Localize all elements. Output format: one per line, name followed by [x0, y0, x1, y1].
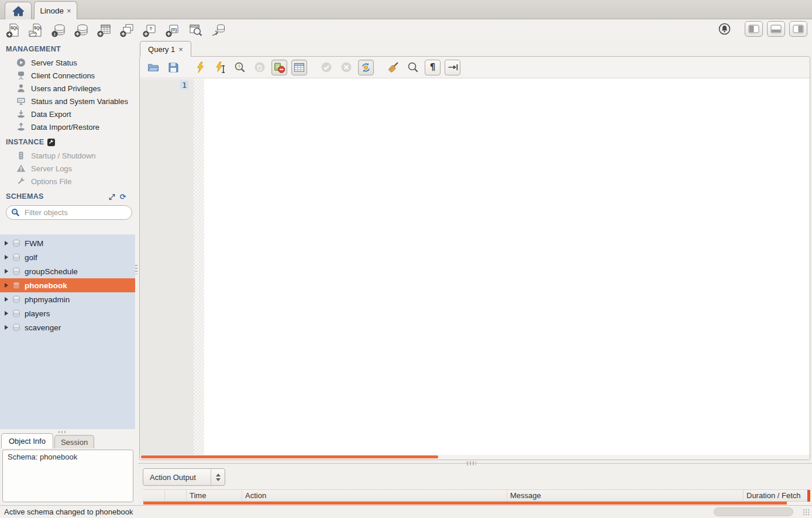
schema-row-phpmyadmin[interactable]: phpmyadmin — [0, 292, 135, 306]
tab-query-1[interactable]: Query 1 × — [140, 41, 191, 57]
query-tab-label: Query 1 — [148, 45, 175, 54]
sidebar-item-status-system-variables[interactable]: Status and System Variables — [0, 95, 138, 108]
search-table-data-button[interactable] — [187, 22, 204, 39]
column-header-blank-1 — [143, 490, 165, 501]
sidebar-item-startup-shutdown[interactable]: Startup / Shutdown — [0, 149, 138, 162]
open-script-button[interactable] — [145, 60, 161, 75]
close-icon[interactable]: × — [178, 46, 183, 53]
expander-triangle-icon[interactable] — [5, 325, 8, 330]
sidebar-item-data-import[interactable]: Data Import/Restore — [0, 120, 138, 133]
close-icon[interactable]: × — [67, 7, 71, 15]
limit-rows-button[interactable] — [291, 60, 307, 75]
schemas-section-title: SCHEMAS ⤢ ⟳ — [0, 188, 138, 203]
schema-icon — [12, 323, 20, 331]
sidebar-item-options-file[interactable]: Options File — [0, 175, 138, 188]
expander-triangle-icon[interactable] — [5, 269, 8, 274]
expander-triangle-icon[interactable] — [5, 297, 8, 302]
create-function-button[interactable]: {0} — [164, 22, 181, 39]
column-header-message: Message — [507, 490, 744, 501]
commit-button[interactable] — [318, 60, 334, 75]
reconnect-database-button[interactable] — [209, 22, 227, 39]
column-header-duration-fetch: Duration / Fetch — [744, 490, 810, 501]
open-sql-script-button[interactable]: SQL — [27, 22, 44, 39]
sidebar-item-data-export[interactable]: Data Export — [0, 108, 138, 120]
expander-triangle-icon[interactable] — [5, 283, 8, 288]
expand-icon[interactable]: ⤢ — [109, 193, 115, 201]
schema-name: FWM — [25, 239, 43, 248]
editor-horizontal-scrollbar[interactable] — [140, 455, 810, 460]
execute-all-button[interactable] — [192, 60, 208, 75]
schema-row-scavenger[interactable]: scavenger — [0, 320, 135, 334]
filter-objects-input[interactable] — [23, 208, 129, 217]
expander-triangle-icon[interactable] — [5, 311, 8, 316]
tab-object-info[interactable]: Object Info — [1, 433, 53, 448]
sidebar-splitter-handle[interactable] — [135, 265, 137, 274]
window-resize-grip[interactable] — [803, 509, 810, 516]
toggle-right-panel-button[interactable] — [789, 21, 807, 37]
column-header-blank-2 — [165, 490, 187, 501]
main-area: Query 1 × — [138, 40, 812, 505]
output-splitter[interactable] — [138, 461, 812, 466]
tab-session[interactable]: Session — [54, 435, 94, 448]
refresh-icon[interactable]: ⟳ — [120, 193, 126, 201]
output-vertical-scrollbar-thumb[interactable] — [807, 490, 810, 502]
rollback-button[interactable] — [338, 60, 354, 75]
database-info-button[interactable]: i — [50, 22, 67, 39]
column-header-action: Action — [242, 490, 507, 501]
status-bar: Active schema changed to phonebook — [0, 505, 812, 518]
sql-icon-label: SQL — [34, 25, 42, 30]
connection-tabbar: Linode × — [0, 0, 812, 19]
server-status-icon — [16, 58, 26, 67]
new-sql-tab-button[interactable]: SQL — [4, 22, 22, 39]
schema-row-groupschedule[interactable]: groupSchedule — [0, 264, 135, 278]
toggle-stop-on-error-button[interactable] — [271, 60, 287, 75]
editor-hscroll-thumb[interactable] — [141, 455, 438, 458]
schema-row-players[interactable]: players — [0, 306, 135, 320]
home-icon — [12, 6, 25, 16]
sidebar-item-label: Server Logs — [31, 164, 72, 173]
save-script-button[interactable] — [165, 60, 181, 75]
toggle-left-panel-button[interactable] — [745, 21, 763, 37]
explain-plan-button[interactable] — [232, 60, 247, 75]
output-type-select[interactable]: Action Output — [143, 468, 225, 486]
home-tab[interactable] — [5, 2, 32, 19]
create-table-button[interactable] — [95, 22, 113, 39]
sidebar-item-server-status[interactable]: Server Status — [0, 56, 138, 69]
select-stepper[interactable] — [211, 469, 225, 485]
splitter-grip-icon[interactable] — [467, 461, 476, 465]
sidebar-item-server-logs[interactable]: Server Logs — [0, 162, 138, 175]
connection-tab-linode[interactable]: Linode × — [34, 1, 77, 19]
status-scrollbar-thumb[interactable] — [714, 507, 793, 516]
sql-editor-body[interactable]: 1 — [140, 79, 810, 460]
clear-query-button[interactable] — [385, 60, 401, 75]
connection-tab-label: Linode — [40, 6, 64, 15]
output-hscroll-thumb[interactable] — [143, 502, 787, 505]
tab-label: Object Info — [9, 437, 46, 446]
toggle-autocommit-button[interactable] — [358, 60, 374, 75]
create-view-button[interactable] — [118, 22, 136, 39]
notifications-icon[interactable] — [718, 22, 731, 36]
schema-icon — [12, 267, 20, 275]
schema-tree: FWM golf groupSchedule phonebook phpmyad… — [0, 234, 135, 429]
sidebar: MANAGEMENT Server Status Client Connecti… — [0, 40, 138, 505]
schema-filter[interactable] — [6, 205, 132, 220]
create-schema-button[interactable] — [73, 22, 90, 39]
toggle-bottom-panel-button[interactable] — [767, 21, 785, 37]
stop-query-button[interactable] — [252, 60, 267, 75]
expander-triangle-icon[interactable] — [5, 241, 8, 246]
sidebar-item-client-connections[interactable]: Client Connections — [0, 69, 138, 82]
toggle-invisible-chars-button[interactable]: ¶ — [425, 60, 441, 75]
expander-triangle-icon[interactable] — [5, 255, 8, 260]
toggle-word-wrap-button[interactable] — [445, 60, 460, 75]
execute-current-button[interactable] — [212, 60, 228, 75]
schema-row-golf[interactable]: golf — [0, 250, 135, 264]
create-procedure-button[interactable] — [141, 22, 159, 39]
stepper-down-icon — [216, 478, 221, 481]
schema-row-fwm[interactable]: FWM — [0, 236, 135, 250]
find-button[interactable] — [405, 60, 421, 75]
client-connections-icon — [16, 71, 26, 80]
editor-text-area[interactable] — [204, 79, 810, 455]
schema-row-phonebook[interactable]: phonebook — [0, 278, 135, 292]
sidebar-item-users-privileges[interactable]: Users and Privileges — [0, 82, 138, 95]
schema-icon — [12, 309, 20, 317]
